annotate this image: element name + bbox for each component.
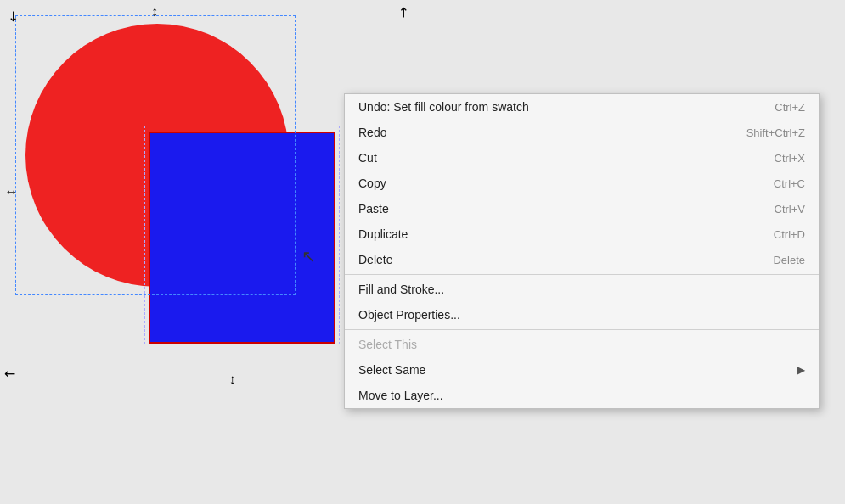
canvas: ↗ ↕ ↗ ↔ ↗ ↕ ↖ Undo: Set fill colour from…: [0, 0, 845, 504]
submenu-arrow-select-same: ▶: [797, 364, 805, 376]
menu-separator-after-delete: [345, 274, 819, 275]
menu-label-select-this: Select This: [358, 338, 417, 351]
menu-shortcut-redo: Shift+Ctrl+Z: [746, 126, 805, 139]
menu-item-redo[interactable]: RedoShift+Ctrl+Z: [345, 120, 819, 145]
menu-item-cut[interactable]: CutCtrl+X: [345, 145, 819, 171]
menu-item-fill-stroke[interactable]: Fill and Stroke...: [345, 277, 819, 302]
menu-label-fill-stroke: Fill and Stroke...: [358, 283, 444, 296]
menu-label-cut: Cut: [358, 151, 377, 165]
selection-rect: [144, 126, 340, 344]
menu-item-delete[interactable]: DeleteDelete: [345, 247, 819, 272]
menu-shortcut-copy: Ctrl+C: [774, 177, 805, 190]
menu-shortcut-undo: Ctrl+Z: [775, 101, 805, 114]
menu-label-object-properties: Object Properties...: [358, 308, 460, 322]
handle-bottom-center: ↕: [229, 373, 236, 389]
menu-label-select-same: Select Same: [358, 363, 425, 377]
menu-separator-after-object-properties: [345, 329, 819, 330]
handle-bottom-left: ↗: [0, 365, 20, 384]
menu-label-move-to-layer: Move to Layer...: [358, 389, 443, 402]
context-menu: Undo: Set fill colour from swatchCtrl+ZR…: [344, 93, 820, 409]
menu-item-object-properties[interactable]: Object Properties...: [345, 302, 819, 328]
handle-left-middle: ↔: [4, 185, 18, 200]
menu-shortcut-paste: Ctrl+V: [775, 203, 805, 216]
menu-label-duplicate: Duplicate: [358, 227, 408, 241]
menu-item-undo[interactable]: Undo: Set fill colour from swatchCtrl+Z: [345, 94, 819, 120]
handle-top-right: ↗: [393, 3, 413, 22]
menu-item-paste[interactable]: PasteCtrl+V: [345, 196, 819, 221]
menu-item-select-this: Select This: [345, 332, 819, 357]
menu-shortcut-cut: Ctrl+X: [775, 152, 805, 165]
menu-item-move-to-layer[interactable]: Move to Layer...: [345, 383, 819, 408]
menu-label-delete: Delete: [358, 253, 392, 266]
menu-shortcut-delete: Delete: [773, 254, 805, 266]
menu-item-select-same[interactable]: Select Same▶: [345, 357, 819, 383]
menu-label-redo: Redo: [358, 126, 386, 139]
cursor: ↖: [301, 246, 316, 266]
menu-label-copy: Copy: [358, 176, 386, 190]
menu-label-undo: Undo: Set fill colour from swatch: [358, 100, 529, 114]
menu-label-paste: Paste: [358, 202, 389, 216]
menu-shortcut-duplicate: Ctrl+D: [774, 228, 805, 241]
menu-item-duplicate[interactable]: DuplicateCtrl+D: [345, 221, 819, 247]
menu-item-copy[interactable]: CopyCtrl+C: [345, 171, 819, 196]
handle-top-center: ↕: [151, 4, 158, 20]
